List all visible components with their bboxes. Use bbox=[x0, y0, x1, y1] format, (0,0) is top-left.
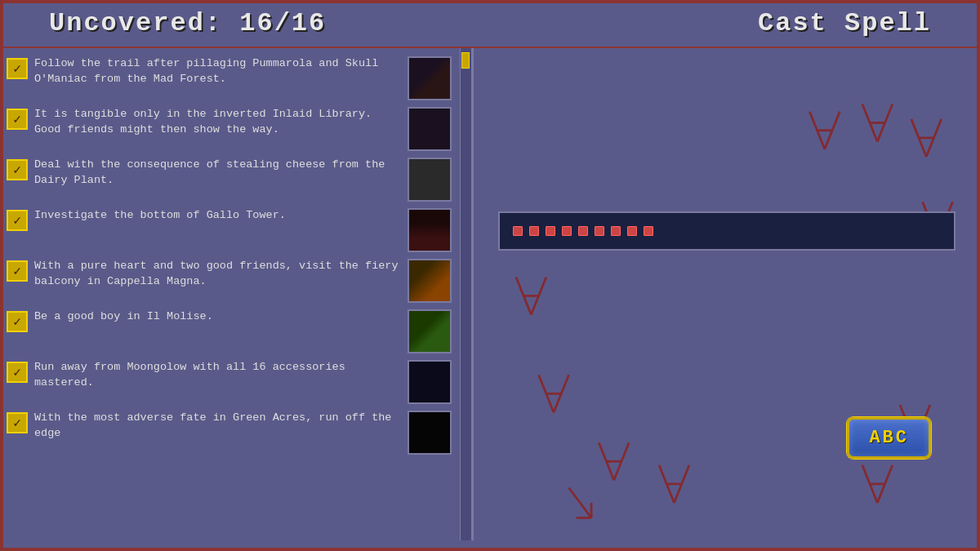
spell-dot[interactable] bbox=[627, 226, 637, 236]
quest-text: Run away from Moongolow with all 16 acce… bbox=[34, 360, 401, 391]
left-panel: ✓Follow the trail after pillaging Pummar… bbox=[0, 48, 474, 540]
quest-checkbox[interactable]: ✓ bbox=[7, 210, 28, 231]
spell-dot[interactable] bbox=[611, 226, 621, 236]
checkmark: ✓ bbox=[13, 111, 21, 127]
checkmark: ✓ bbox=[13, 313, 21, 330]
checkmark: ✓ bbox=[13, 364, 21, 380]
checkmark: ✓ bbox=[13, 60, 21, 77]
quest-text: Follow the trail after pillaging Pummaro… bbox=[34, 56, 401, 87]
rune-decorations bbox=[474, 89, 980, 540]
scrollbar-thumb[interactable] bbox=[461, 52, 470, 69]
svg-line-30 bbox=[568, 487, 591, 518]
quest-thumbnail bbox=[408, 158, 452, 202]
quest-list: ✓Follow the trail after pillaging Pummar… bbox=[7, 56, 465, 455]
quest-thumbnail bbox=[408, 360, 452, 404]
quest-text: With the most adverse fate in Green Acre… bbox=[34, 411, 401, 442]
spell-dot[interactable] bbox=[644, 226, 653, 236]
quest-checkbox[interactable]: ✓ bbox=[7, 260, 28, 282]
quest-thumbnail bbox=[408, 309, 452, 353]
quest-text: With a pure heart and two good friends, … bbox=[34, 259, 401, 290]
quest-text: Deal with the consequence of stealing ch… bbox=[34, 158, 401, 189]
quest-text: Investigate the bottom of Gallo Tower. bbox=[34, 208, 401, 224]
quest-thumbnail bbox=[408, 208, 452, 252]
checkmark: ✓ bbox=[13, 263, 21, 279]
quest-item: ✓Deal with the consequence of stealing c… bbox=[7, 158, 452, 202]
quest-item: ✓Investigate the bottom of Gallo Tower. bbox=[7, 208, 452, 252]
main-container: ✓Follow the trail after pillaging Pummar… bbox=[0, 48, 980, 540]
spell-dot[interactable] bbox=[529, 226, 539, 236]
quest-text: Be a good boy in Il Molise. bbox=[34, 309, 401, 325]
header: Uncovered: 16/16 Cast Spell bbox=[0, 0, 980, 48]
spell-dot[interactable] bbox=[546, 226, 555, 236]
abc-button[interactable]: ABC bbox=[847, 417, 931, 459]
quest-checkbox[interactable]: ✓ bbox=[7, 109, 28, 130]
quest-checkbox[interactable]: ✓ bbox=[7, 58, 28, 79]
quest-item: ✓With the most adverse fate in Green Acr… bbox=[7, 411, 452, 455]
quest-item: ✓Run away from Moongolow with all 16 acc… bbox=[7, 360, 452, 404]
quest-item: ✓Follow the trail after pillaging Pummar… bbox=[7, 56, 452, 100]
quest-checkbox[interactable]: ✓ bbox=[7, 412, 28, 433]
quest-text: It is tangible only in the inverted Inla… bbox=[34, 107, 401, 138]
spell-dot[interactable] bbox=[513, 226, 523, 236]
quest-thumbnail bbox=[408, 107, 452, 151]
quest-item: ✓It is tangible only in the inverted Inl… bbox=[7, 107, 452, 151]
quest-thumbnail bbox=[408, 259, 452, 303]
uncovered-title: Uncovered: 16/16 bbox=[49, 8, 326, 38]
scrollbar-track[interactable] bbox=[460, 48, 471, 540]
quest-item: ✓With a pure heart and two good friends,… bbox=[7, 259, 452, 303]
quest-checkbox[interactable]: ✓ bbox=[7, 362, 28, 383]
quest-thumbnail bbox=[408, 411, 452, 455]
right-panel: ABC bbox=[474, 48, 980, 540]
quest-thumbnail bbox=[408, 56, 452, 100]
checkmark: ✓ bbox=[13, 162, 21, 178]
cast-spell-title: Cast Spell bbox=[758, 8, 931, 38]
spell-dot[interactable] bbox=[595, 226, 604, 236]
checkmark: ✓ bbox=[13, 212, 21, 229]
spell-input-bar[interactable] bbox=[498, 211, 956, 251]
quest-checkbox[interactable]: ✓ bbox=[7, 159, 28, 180]
quest-checkbox[interactable]: ✓ bbox=[7, 311, 28, 332]
spell-dot[interactable] bbox=[578, 226, 588, 236]
spell-dot[interactable] bbox=[562, 226, 572, 236]
checkmark: ✓ bbox=[13, 415, 21, 431]
quest-item: ✓Be a good boy in Il Molise. bbox=[7, 309, 452, 353]
